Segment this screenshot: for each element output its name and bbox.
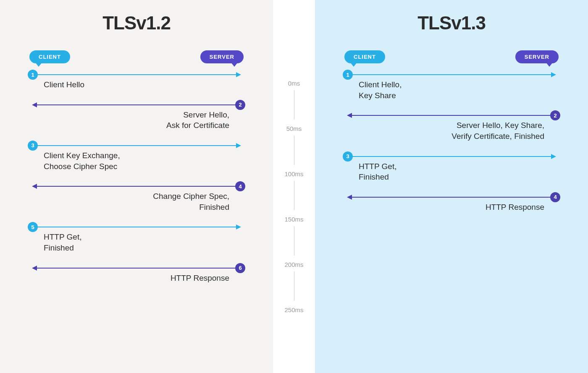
timeline-label: 0ms xyxy=(273,80,315,87)
step-number: 3 xyxy=(28,141,38,151)
timeline-tick: 0ms xyxy=(273,80,315,125)
handshake-step: 2Server Hello, Key Share,Verify Certific… xyxy=(340,115,563,141)
handshake-step: 2Server Hello,Ask for Certificate xyxy=(25,104,248,131)
handshake-step: 5HTTP Get,Finished xyxy=(25,227,248,253)
step-number: 4 xyxy=(550,192,560,202)
arrow-left: 2 xyxy=(33,104,240,105)
arrow-left: 4 xyxy=(33,186,240,187)
arrow-head-icon xyxy=(551,154,556,159)
timeline-tick: 250ms xyxy=(273,306,315,352)
step-number: 6 xyxy=(235,263,245,273)
arrow-head-icon xyxy=(32,102,37,107)
arrow-right: 1 xyxy=(348,74,555,75)
timeline-tick: 50ms xyxy=(273,125,315,170)
step-number: 3 xyxy=(343,151,353,162)
arrow-left: 4 xyxy=(348,197,555,198)
timeline-tick: 150ms xyxy=(273,216,315,261)
arrow-left: 2 xyxy=(348,115,555,116)
arrow-right: 3 xyxy=(33,145,240,146)
step-number: 5 xyxy=(28,222,38,232)
step-label: HTTP Response xyxy=(33,273,240,284)
handshake-step: 6HTTP Response xyxy=(25,268,248,284)
step-label: Client Hello,Key Share xyxy=(348,79,555,101)
handshake-step: 1Client Hello xyxy=(25,74,248,90)
arrow-head-icon xyxy=(551,72,556,77)
arrow-right: 3 xyxy=(348,156,555,157)
role-row-right: CLIENT SERVER xyxy=(340,50,563,74)
handshake-step: 1Client Hello,Key Share xyxy=(340,74,563,101)
tls13-panel: TLSv1.3 CLIENT SERVER 1Client Hello,Key … xyxy=(315,0,588,373)
step-number: 1 xyxy=(343,70,353,80)
tls12-steps: 1Client Hello2Server Hello,Ask for Certi… xyxy=(25,74,248,283)
arrow-head-icon xyxy=(236,224,241,230)
step-number: 2 xyxy=(550,110,560,120)
step-number: 1 xyxy=(28,70,38,80)
arrow-head-icon xyxy=(347,195,352,200)
timeline-label: 100ms xyxy=(273,170,315,177)
arrow-head-icon xyxy=(347,113,352,118)
client-badge: CLIENT xyxy=(344,50,385,63)
arrow-head-icon xyxy=(236,72,241,77)
tls12-panel: TLSv1.2 CLIENT SERVER 1Client Hello2Serv… xyxy=(0,0,273,373)
timeline-label: 50ms xyxy=(273,125,315,132)
handshake-step: 4HTTP Response xyxy=(340,197,563,213)
step-label: HTTP Response xyxy=(348,202,555,213)
step-number: 4 xyxy=(235,181,245,191)
timeline-label: 200ms xyxy=(273,261,315,268)
timeline-tick: 100ms xyxy=(273,170,315,216)
arrow-left: 6 xyxy=(33,268,240,269)
arrow-right: 5 xyxy=(33,227,240,227)
step-label: Server Hello,Ask for Certificate xyxy=(33,110,240,131)
tls13-title: TLSv1.3 xyxy=(340,13,563,34)
timeline-label: 150ms xyxy=(273,216,315,223)
server-badge: SERVER xyxy=(200,50,244,63)
arrow-right: 1 xyxy=(33,74,240,75)
step-label: Change Cipher Spec,Finished xyxy=(33,191,240,212)
step-label: Client Key Exchange,Choose Cipher Spec xyxy=(33,150,240,172)
role-row-left: CLIENT SERVER xyxy=(25,50,248,74)
tls12-title: TLSv1.2 xyxy=(25,13,248,34)
timeline: 0ms50ms100ms150ms200ms250ms xyxy=(273,0,315,373)
step-label: HTTP Get,Finished xyxy=(348,161,555,183)
tls13-steps: 1Client Hello,Key Share2Server Hello, Ke… xyxy=(340,74,563,212)
step-number: 2 xyxy=(235,100,245,110)
handshake-step: 4Change Cipher Spec,Finished xyxy=(25,186,248,212)
handshake-step: 3HTTP Get,Finished xyxy=(340,156,563,183)
step-label: Server Hello, Key Share,Verify Certifica… xyxy=(348,120,555,141)
client-badge: CLIENT xyxy=(29,50,70,63)
arrow-head-icon xyxy=(32,266,37,271)
timeline-tick: 200ms xyxy=(273,261,315,306)
timeline-label: 250ms xyxy=(273,306,315,313)
arrow-head-icon xyxy=(32,184,37,189)
step-label: HTTP Get,Finished xyxy=(33,232,240,253)
handshake-step: 3Client Key Exchange,Choose Cipher Spec xyxy=(25,145,248,172)
step-label: Client Hello xyxy=(33,79,240,90)
arrow-head-icon xyxy=(236,143,241,148)
server-badge: SERVER xyxy=(515,50,559,63)
